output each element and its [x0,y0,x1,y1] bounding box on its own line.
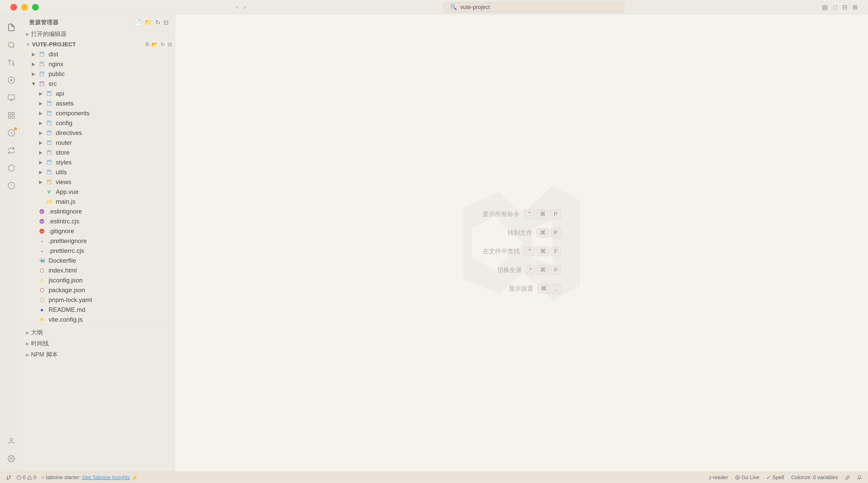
file-prettierignore[interactable]: ⬥ .prettierignore [23,236,175,246]
hint-show-commands: 显示所有命令 ⌃ ⌘ P [482,209,561,219]
tabnine-insights-link[interactable]: See Tabnine Insights [82,475,130,480]
project-refresh-icon[interactable]: ↻ [160,41,165,48]
minimize-button[interactable] [21,4,28,10]
project-open-icon[interactable]: 📂 [151,41,158,48]
file-main-js[interactable]: JS main.js [23,197,175,207]
sidebar-title: 资源管理器 [29,19,59,26]
folder-styles[interactable]: ▶ styles [23,158,175,167]
tabnine-label: ○ tabnine starter: [41,475,80,480]
new-file-icon[interactable]: 📄 [133,19,141,26]
folder-directives[interactable]: ▶ directives [23,128,175,138]
file-vite-config-label: vite.config.js [49,316,83,323]
editor-area: 显示所有命令 ⌃ ⌘ P 转到文件 ⌘ P 在文件中查找 ⌃ ⌘ [175,15,868,472]
file-gitignore[interactable]: git .gitignore [23,226,175,236]
activity-source-control[interactable] [4,55,19,70]
folder-store[interactable]: ▶ store [23,148,175,158]
statusbar-bell[interactable] [857,475,862,480]
folder-utils[interactable]: ▶ utils [23,167,175,177]
file-pnpm-lock-label: pnpm-lock.yaml [49,296,92,304]
statusbar-go-live[interactable]: Go Live [735,475,759,480]
layout-icon3[interactable]: ⊟ [842,4,847,11]
new-folder-icon[interactable]: 📁 [145,19,152,26]
outline-section[interactable]: ▶ 大纲 [23,327,175,338]
folder-assets[interactable]: ▶ assets [23,98,175,108]
forward-button[interactable]: › [244,3,246,11]
close-button[interactable] [10,4,17,10]
file-eslintrc-label: .eslintrc.cjs [49,218,79,225]
layout-icon1[interactable]: ▤ [822,4,828,11]
file-eslintignore[interactable]: ES .eslintignore [23,207,175,217]
statusbar-spell[interactable]: ✓ Spell [767,475,784,481]
file-pnpm-lock[interactable]: ⬡ pnpm-lock.yaml [23,295,175,305]
folder-router[interactable]: ▶ router [23,138,175,148]
folder-utils-label: utils [56,169,67,176]
open-editors-section[interactable]: ▶ 打开的编辑器 [23,28,175,39]
file-eslintrc[interactable]: ES .eslintrc.cjs [23,217,175,226]
go-live-label: Go Live [741,475,759,480]
timeline-section[interactable]: ▶ 时间线 [23,338,175,349]
statusbar-left: 0 0 ○ tabnine starter: See Tabnine Insig… [6,475,138,481]
project-section[interactable]: ▼ VUTE-PROJECT ⎘ 📂 ↻ ⊟ [23,39,175,49]
folder-dist[interactable]: ▶ dist [23,49,175,59]
folder-config[interactable]: ▶ config [23,118,175,128]
maximize-button[interactable] [32,4,39,10]
search-bar[interactable]: 🔍 vute-project [443,2,624,12]
folder-components[interactable]: ▶ components [23,108,175,118]
statusbar-z-reader[interactable]: z-reader [709,475,728,480]
file-package-json[interactable]: ⬡ package.json [23,285,175,295]
folder-nginx[interactable]: ▶ nginx [23,59,175,69]
folder-src[interactable]: ▼ src [23,79,175,89]
folder-views-label: views [56,178,71,186]
npm-scripts-section[interactable]: ▶ NPM 脚本 [23,349,175,360]
statusbar-colorize[interactable]: Colorize: 0 variables [791,475,838,480]
search-text: vute-project [460,4,490,10]
back-button[interactable]: ‹ [237,3,239,11]
kbd-show-settings: ⌘ , [537,284,561,293]
folder-nginx-label: nginx [49,60,63,68]
activity-container[interactable] [4,160,19,176]
folder-public[interactable]: ▶ public [23,69,175,79]
file-readme[interactable]: ● README.md [23,305,175,315]
project-copy-icon[interactable]: ⎘ [146,41,149,48]
statusbar-branch[interactable] [6,475,11,480]
folder-views[interactable]: ▶ views [23,177,175,187]
activity-gitlens[interactable] [4,143,19,158]
project-collapse-icon[interactable]: ⊟ [167,41,172,48]
refresh-icon[interactable]: ↻ [155,19,160,26]
file-dockerfile[interactable]: 🐳 Dockerfile [23,256,175,265]
activity-debug[interactable] [4,73,19,88]
activity-settings[interactable] [4,451,19,466]
statusbar-tabnine[interactable]: ○ tabnine starter: See Tabnine Insights … [41,475,138,481]
layout-icon4[interactable]: ⊞ [852,4,858,11]
activity-extensions[interactable] [4,108,19,123]
statusbar-link[interactable] [845,475,850,480]
activity-search[interactable] [4,37,19,53]
file-prettierrc[interactable]: ⬥ .prettierrc.cjs [23,246,175,256]
folder-router-label: router [56,139,72,146]
activity-extra1[interactable] [4,178,19,193]
activity-remote[interactable] [4,90,19,106]
file-vite-config[interactable]: ⚡ vite.config.js [23,315,175,324]
nav-buttons: ‹ › [237,3,246,11]
activity-bar-bottom [4,433,19,472]
file-app-vue[interactable]: V App.vue [23,187,175,197]
file-app-vue-label: App.vue [56,188,79,196]
folder-api[interactable]: ▶ api [23,89,175,98]
svg-text:ES: ES [40,221,43,223]
z-reader-label: z-reader [709,475,728,480]
bell-icon [857,475,862,480]
activity-tabnine[interactable] [4,125,19,141]
svg-point-16 [10,438,13,441]
activity-explorer[interactable] [4,20,19,35]
warning-icon [27,475,32,480]
statusbar-errors[interactable]: 0 0 [17,475,36,480]
file-gitignore-label: .gitignore [49,228,74,235]
svg-point-2 [12,64,14,66]
file-index-html[interactable]: ⬡ index.html [23,265,175,275]
collapse-icon[interactable]: ⊟ [163,19,169,26]
file-eslintignore-label: .eslintignore [49,208,82,215]
layout-icon2[interactable]: □ [833,4,837,11]
activity-account[interactable] [4,433,19,449]
svg-point-17 [10,458,12,460]
file-jsconfig[interactable]: {} jsconfig.json [23,275,175,285]
